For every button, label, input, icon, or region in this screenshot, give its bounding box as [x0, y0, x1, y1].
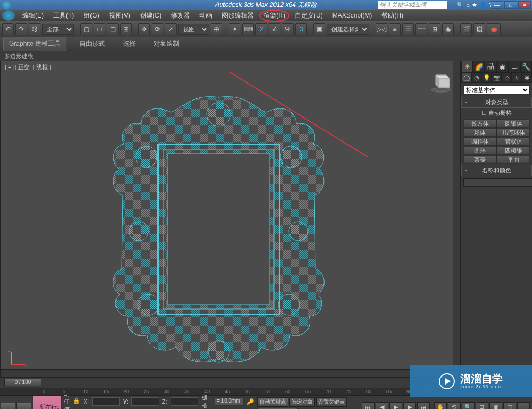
geometry-type-dropdown[interactable]: 标准基本体 [463, 85, 530, 95]
lock-icon[interactable]: 🔒 [73, 397, 80, 406]
viewcube[interactable] [428, 68, 454, 93]
help-search[interactable]: 键入关键字或短语 [378, 1, 447, 9]
pivot-icon[interactable]: ⊕ [211, 23, 222, 35]
selection-filter[interactable]: 全部 [42, 24, 74, 35]
fov-icon[interactable]: ▣ [489, 402, 502, 410]
material-editor-icon[interactable]: ◉ [442, 23, 454, 35]
viewport-label[interactable]: [ + ][ 正交 ][ 线框 ] [5, 63, 51, 71]
primitive-茶壶[interactable]: 茶壶 [463, 155, 496, 164]
primitive-长方体[interactable]: 长方体 [463, 119, 496, 128]
zoom-extents-icon[interactable]: ⊡ [476, 402, 488, 410]
search-icon[interactable]: 🔍 [456, 2, 464, 9]
tab-display[interactable]: ▭ [509, 61, 520, 72]
menu-渲染(R)[interactable]: 渲染(R) [259, 10, 289, 22]
manipulate-icon[interactable]: ✦ [229, 23, 240, 35]
menu-帮助(H)[interactable]: 帮助(H) [377, 10, 408, 21]
menu-视图(V)[interactable]: 视图(V) [105, 10, 135, 21]
move-icon[interactable]: ✥ [138, 23, 150, 35]
schematic-icon[interactable]: ⊞ [429, 23, 440, 35]
coord-y[interactable] [131, 397, 159, 406]
snap-2d-icon[interactable]: 2 [255, 23, 267, 35]
auto-key-button[interactable]: 自动关键点 [257, 397, 288, 407]
undo-icon[interactable]: ↶ [2, 23, 14, 35]
maximize-viewport-icon[interactable]: ⛶ [517, 402, 530, 410]
spinner-snap-icon[interactable]: 3 [295, 23, 307, 35]
keyboard-shortcut-icon[interactable]: ⌨ [242, 23, 254, 35]
zoom-icon[interactable]: 🔍 [462, 402, 475, 410]
menu-工具(T)[interactable]: 工具(T) [49, 10, 78, 21]
primitive-圆锥体[interactable]: 圆锥体 [497, 119, 530, 128]
isolate-icon[interactable]: 🔑 [247, 398, 254, 405]
signin-icon[interactable]: 👤 [479, 2, 487, 9]
align-icon[interactable]: ≡ [389, 23, 401, 35]
subtab-lights[interactable]: 💡 [481, 72, 492, 83]
ribbon-sub[interactable]: 多边形建模 [0, 51, 532, 61]
coord-x[interactable] [92, 397, 120, 406]
subtab-shapes[interactable]: ◔ [471, 72, 481, 83]
link-icon[interactable]: ⛓ [29, 23, 40, 35]
select-icon[interactable]: ▢ [80, 23, 92, 35]
window-crossing-icon[interactable]: ⊞ [120, 23, 132, 35]
menu-组(G)[interactable]: 组(G) [79, 10, 103, 21]
primitive-圆柱体[interactable]: 圆柱体 [463, 137, 496, 146]
subtab-helpers[interactable]: ◇ [502, 72, 512, 83]
goto-start-icon[interactable]: ⏮ [362, 402, 375, 410]
selected-key-button[interactable]: 选定对象 [289, 397, 315, 407]
redo-icon[interactable]: ↷ [15, 23, 27, 35]
menu-编辑(E)[interactable]: 编辑(E) [18, 10, 48, 21]
app-menu-icon[interactable] [2, 10, 15, 21]
primitive-四棱锥[interactable]: 四棱锥 [497, 146, 530, 155]
ribbon-tab-3[interactable]: 对象绘制 [148, 37, 185, 51]
viewport[interactable]: [ + ][ 正交 ][ 线框 ] [0, 61, 461, 377]
mirror-icon[interactable]: ▷◁ [376, 23, 387, 35]
select-region-icon[interactable]: ◫ [107, 23, 119, 35]
zoom-region-icon[interactable]: ◫ [503, 402, 516, 410]
menu-MAXScript(M)[interactable]: MAXScript(M) [328, 11, 377, 20]
render-icon[interactable]: 🫖 [487, 23, 501, 35]
primitive-平面[interactable]: 平面 [497, 155, 530, 164]
menu-修改器[interactable]: 修改器 [167, 10, 194, 21]
menu-动画[interactable]: 动画 [195, 10, 217, 21]
favorites-icon[interactable]: ★ [472, 2, 477, 9]
rollout-name-color[interactable]: 名称和颜色 [461, 165, 532, 176]
close-button[interactable]: ✕ [518, 1, 531, 9]
snap-percent-icon[interactable]: % [282, 23, 294, 35]
ribbon-tab-0[interactable]: Graphite 建模工具 [3, 37, 66, 51]
goto-end-icon[interactable]: ⏭ [417, 402, 430, 410]
rendered-frame-icon[interactable]: 🖼 [473, 23, 485, 35]
scrollbar-horizontal[interactable] [1, 369, 453, 377]
subtab-systems[interactable]: ✱ [522, 72, 532, 83]
layers-icon[interactable]: ☰ [402, 23, 414, 35]
scene-object-frame[interactable] [107, 93, 330, 370]
listener-prompt[interactable]: 所在行: [32, 396, 62, 409]
subtab-geometry[interactable]: ◯ [461, 72, 471, 83]
object-name-input[interactable] [463, 178, 532, 187]
maxscript-listener-toggle[interactable] [0, 396, 32, 409]
autogrid-checkbox[interactable]: ☐ 自动栅格 [461, 108, 532, 118]
primitive-管状体[interactable]: 管状体 [497, 137, 530, 146]
maximize-button[interactable]: □ [504, 1, 517, 9]
snap-angle-icon[interactable]: ∠ [269, 23, 280, 35]
coord-z[interactable] [171, 397, 198, 406]
primitive-几何球体[interactable]: 几何球体 [497, 128, 530, 137]
rotate-icon[interactable]: ⟳ [152, 23, 163, 35]
render-setup-icon[interactable]: 🎬 [460, 23, 472, 35]
scale-icon[interactable]: ⤢ [165, 23, 177, 35]
time-slider-thumb[interactable]: 0 / 100 [4, 379, 41, 386]
primitive-圆环[interactable]: 圆环 [463, 146, 496, 155]
scrollbar-vertical[interactable] [453, 61, 460, 377]
play-icon[interactable]: ▶ [389, 402, 402, 410]
next-frame-icon[interactable]: ▶ [403, 402, 416, 410]
subtab-spacewarps[interactable]: ≋ [512, 72, 522, 83]
menu-图形编辑器[interactable]: 图形编辑器 [218, 10, 258, 21]
ribbon-tab-1[interactable]: 自由形式 [74, 37, 110, 51]
tab-motion[interactable]: ◉ [497, 61, 509, 72]
ribbon-tab-2[interactable]: 选择 [118, 37, 141, 51]
tab-create[interactable]: ✳ [461, 61, 473, 72]
tab-modify[interactable]: 🌈 [473, 61, 485, 72]
prev-frame-icon[interactable]: ◀ [376, 402, 388, 410]
menu-自定义(U)[interactable]: 自定义(U) [290, 10, 327, 21]
orbit-icon[interactable]: ⟲ [448, 402, 461, 410]
named-sel-set[interactable]: 创建选择集 [327, 24, 369, 35]
tab-utilities[interactable]: 🔧 [520, 61, 532, 72]
